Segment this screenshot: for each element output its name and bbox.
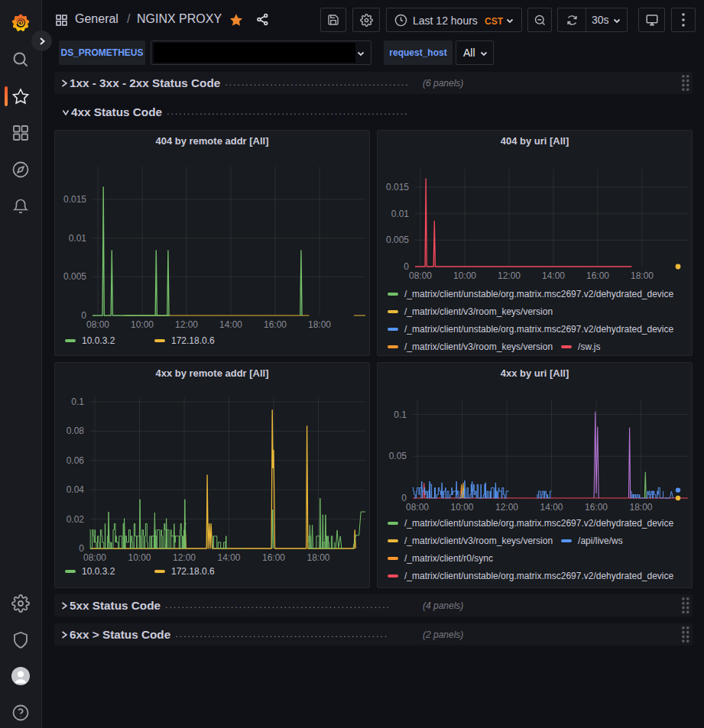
svg-text:18:00: 18:00 (307, 552, 329, 563)
svg-text:0.1: 0.1 (71, 396, 84, 407)
svg-text:14:00: 14:00 (542, 270, 565, 281)
svg-text:14:00: 14:00 (217, 552, 240, 563)
svg-text:0.04: 0.04 (67, 484, 85, 495)
svg-text:10:00: 10:00 (450, 502, 473, 513)
svg-text:14:00: 14:00 (540, 502, 563, 513)
svg-text:18:00: 18:00 (629, 502, 652, 513)
svg-text:0.005: 0.005 (386, 235, 409, 245)
svg-text:12:00: 12:00 (495, 502, 518, 513)
svg-text:0.01: 0.01 (391, 209, 410, 219)
svg-text:0.02: 0.02 (67, 514, 85, 525)
svg-text:08:00: 08:00 (409, 270, 432, 281)
svg-text:0.05: 0.05 (389, 451, 407, 461)
svg-text:18:00: 18:00 (308, 319, 331, 330)
svg-text:0.015: 0.015 (63, 194, 86, 205)
svg-text:16:00: 16:00 (586, 270, 609, 281)
svg-text:16:00: 16:00 (264, 319, 287, 330)
svg-text:0.1: 0.1 (394, 409, 407, 420)
svg-text:0.01: 0.01 (69, 233, 87, 244)
svg-text:16:00: 16:00 (585, 502, 608, 513)
svg-text:12:00: 12:00 (173, 552, 196, 563)
svg-text:0.06: 0.06 (67, 455, 85, 466)
svg-text:08:00: 08:00 (83, 552, 106, 563)
svg-text:16:00: 16:00 (262, 552, 285, 563)
svg-text:0.08: 0.08 (67, 425, 85, 436)
svg-text:12:00: 12:00 (175, 319, 198, 330)
svg-text:12:00: 12:00 (498, 270, 521, 281)
svg-text:08:00: 08:00 (406, 502, 429, 513)
svg-text:14:00: 14:00 (219, 319, 242, 330)
svg-text:18:00: 18:00 (631, 270, 654, 281)
svg-text:08:00: 08:00 (86, 319, 109, 330)
svg-text:10:00: 10:00 (453, 270, 476, 281)
svg-text:10:00: 10:00 (128, 552, 151, 563)
svg-text:0.015: 0.015 (386, 182, 409, 193)
svg-text:10:00: 10:00 (131, 319, 154, 330)
svg-text:0.005: 0.005 (63, 271, 86, 282)
